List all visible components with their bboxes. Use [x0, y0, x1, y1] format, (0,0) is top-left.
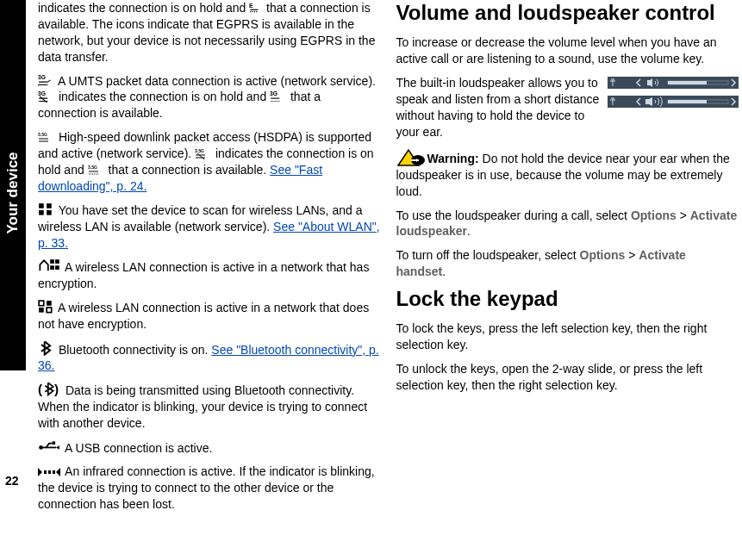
svg-text:3G: 3G: [38, 74, 46, 80]
svg-text:3G: 3G: [38, 90, 46, 96]
svg-rect-33: [48, 470, 51, 474]
options-label: Options: [631, 208, 677, 222]
svg-text:E: E: [249, 3, 253, 9]
svg-rect-40: [668, 100, 707, 103]
usb-icon: [38, 439, 60, 451]
svg-text:3.5G: 3.5G: [38, 132, 47, 137]
page-number: 22: [5, 473, 19, 489]
bluetooth-icon: [38, 340, 53, 352]
heading-lock-keypad: Lock the keypad: [396, 288, 739, 310]
content-columns: indicates the connection is on hold and …: [38, 0, 739, 555]
side-tab: Your device: [0, 0, 26, 370]
left-column: indicates the connection is on hold and …: [38, 0, 381, 555]
svg-rect-32: [44, 470, 47, 474]
wlan-scan-icon: [38, 202, 53, 215]
svg-text:3.5G: 3.5G: [195, 148, 204, 153]
umts-active-icon: 3G: [38, 73, 53, 85]
options-label-2: Options: [580, 248, 626, 262]
volume-bar-speaker-icon: [608, 96, 739, 108]
svg-rect-34: [53, 470, 55, 474]
hsdpa-active-icon: 3.5G: [38, 131, 53, 143]
para-umts: 3G A UMTS packet data connection is acti…: [38, 73, 381, 122]
umts-hold-icon: 3G: [38, 90, 53, 102]
svg-text:): ): [54, 383, 59, 396]
svg-rect-26: [47, 308, 52, 313]
svg-rect-17: [39, 210, 44, 215]
svg-rect-19: [50, 260, 54, 264]
infrared-icon: [38, 465, 60, 477]
egprs-available-icon: E: [249, 2, 261, 14]
svg-rect-16: [47, 203, 52, 208]
svg-rect-24: [47, 301, 52, 306]
warning-icon: [396, 148, 426, 167]
wlan-open-icon: [38, 300, 53, 312]
para-infrared: An infrared connection is active. If the…: [38, 464, 381, 513]
svg-rect-25: [39, 308, 44, 313]
bluetooth-data-icon: (): [38, 382, 60, 394]
para-wlan-encrypted: A wireless LAN connection is active in a…: [38, 258, 381, 291]
svg-line-5: [40, 96, 47, 103]
umts-available-icon: 3G: [270, 90, 285, 102]
svg-rect-15: [39, 203, 44, 208]
para-warning: Warning: Do not hold the device near you…: [396, 148, 739, 200]
svg-rect-21: [50, 266, 54, 271]
para-volume-key: To increase or decrease the volume level…: [396, 34, 739, 67]
para-lock: To lock the keys, press the left selecti…: [396, 320, 739, 353]
side-tab-label: Your device: [3, 152, 23, 233]
svg-text:3.5G: 3.5G: [88, 165, 97, 170]
para-wlan-scan: You have set the device to scan for wire…: [38, 202, 381, 252]
right-column: Volume and loudspeaker control To increa…: [396, 0, 739, 555]
wlan-encrypted-icon: [38, 258, 60, 271]
hsdpa-hold-icon: 3.5G: [195, 147, 210, 159]
svg-rect-20: [55, 260, 59, 264]
hsdpa-available-icon: 3.5G: [88, 164, 103, 176]
para-bluetooth-data: () Data is being transmitted using Bluet…: [38, 382, 381, 431]
svg-rect-22: [55, 266, 59, 271]
volume-indicator-image: [608, 77, 739, 115]
svg-text:3G: 3G: [270, 90, 277, 96]
warning-label: Warning:: [427, 152, 479, 165]
para-activate-handset: To turn off the loudspeaker, select Opti…: [396, 247, 739, 280]
para-hsdpa: 3.5G High-speed downlink packet access (…: [38, 129, 381, 195]
svg-rect-37: [668, 81, 707, 84]
para-egprs: indicates the connection is on hold and …: [38, 0, 381, 65]
svg-rect-18: [47, 210, 52, 215]
svg-line-11: [197, 153, 204, 159]
svg-rect-31: [53, 441, 56, 445]
svg-text:(: (: [38, 383, 43, 396]
heading-volume: Volume and loudspeaker control: [396, 2, 739, 24]
para-usb: A USB connection is active.: [38, 439, 381, 456]
volume-bar-ear-icon: [608, 77, 739, 89]
svg-rect-23: [39, 301, 44, 306]
para-wlan-open: A wireless LAN connection is active in a…: [38, 300, 381, 333]
para-bluetooth-on: Bluetooth connectivity is on. See "Bluet…: [38, 340, 381, 375]
para-unlock: To unlock the keys, open the 2-way slide…: [396, 361, 739, 394]
para-activate-loud: To use the loudspeaker during a call, se…: [396, 208, 739, 240]
